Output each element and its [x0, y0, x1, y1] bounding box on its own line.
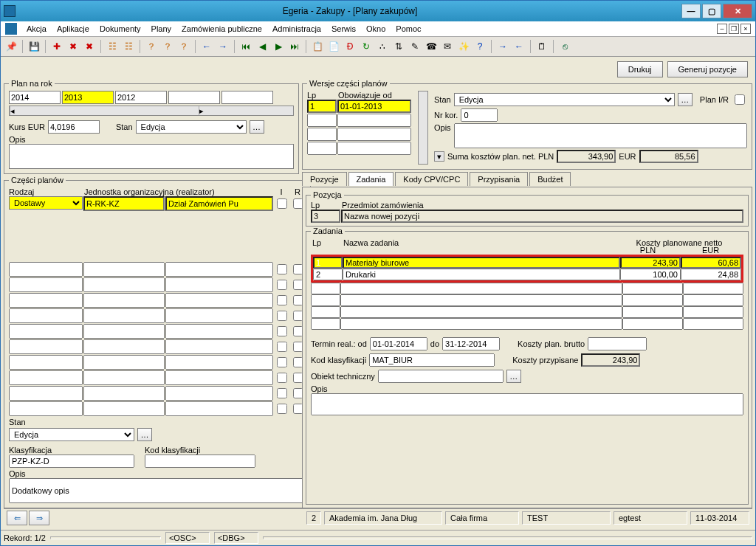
opis-w-input[interactable] [454, 123, 747, 148]
menu-administracja[interactable]: Administracja [267, 23, 326, 35]
minimize-button[interactable]: — [681, 4, 701, 18]
wersje-scroll[interactable] [418, 91, 428, 165]
cz-i-7[interactable] [277, 373, 287, 383]
cz-rodzaj-2[interactable] [9, 293, 83, 308]
cz-i-2[interactable] [277, 295, 287, 305]
d-red-icon[interactable]: Đ [343, 39, 357, 54]
year-scroll[interactable]: ◂▸ [9, 106, 294, 116]
status-next[interactable]: ⇒ [29, 511, 49, 525]
q3-icon[interactable]: ？ [176, 39, 191, 54]
z5-lp[interactable] [311, 318, 340, 330]
cfg1-icon[interactable]: ∴ [375, 39, 390, 54]
z2-pln[interactable] [622, 283, 683, 294]
z5-eur[interactable] [683, 318, 743, 330]
q1-icon[interactable]: ？ [144, 39, 159, 54]
cz-kod-9[interactable] [83, 401, 165, 416]
year-2[interactable] [115, 91, 167, 104]
tab-zadania[interactable]: Zadania [348, 172, 394, 186]
magic-icon[interactable]: ✨ [456, 39, 471, 54]
cz-nazwa-8[interactable] [165, 386, 273, 401]
z1-eur[interactable] [681, 269, 741, 280]
arrow-left-icon[interactable]: ← [199, 39, 214, 54]
planir-check[interactable] [735, 94, 745, 105]
status-prev[interactable]: ⇐ [7, 511, 27, 525]
z3-nazwa[interactable] [340, 294, 622, 306]
tree1-icon[interactable]: ☷ [105, 39, 120, 54]
wersje-od-0[interactable] [337, 100, 411, 113]
opis-z-input[interactable] [311, 393, 743, 415]
obiekt-input[interactable] [378, 370, 504, 383]
stan-plan-lookup[interactable]: … [250, 120, 264, 134]
stan-plan-select[interactable]: Edycja [136, 120, 247, 134]
menu-plany[interactable]: Plany [146, 23, 177, 35]
year-0[interactable] [9, 91, 61, 104]
arrow2-right-icon[interactable]: → [495, 39, 510, 54]
arrow2-left-icon[interactable]: ← [512, 39, 526, 54]
arrow-right-icon[interactable]: → [216, 39, 230, 54]
cz-rodzaj-5[interactable] [9, 339, 83, 354]
cz-rodzaj-4[interactable] [9, 324, 83, 339]
year-3[interactable] [168, 91, 220, 104]
nav-next-icon[interactable]: ▶ [271, 39, 286, 54]
cz-nazwa-6[interactable] [165, 355, 273, 370]
wersje-lp-3[interactable] [307, 142, 337, 155]
cz-nazwa-5[interactable] [165, 339, 273, 354]
wersje-od-1[interactable] [337, 114, 411, 127]
phone-icon[interactable]: ☎ [424, 39, 439, 54]
cz-rodzaj-9[interactable] [9, 401, 83, 416]
kodkl-input[interactable] [145, 455, 255, 468]
x-red-icon[interactable]: ✖ [66, 39, 80, 54]
year-1[interactable] [62, 91, 114, 104]
nav-prev-icon[interactable]: ◀ [255, 39, 269, 54]
nav-first-icon[interactable]: ⏮ [238, 39, 253, 54]
refresh-icon[interactable]: ↻ [359, 39, 374, 54]
cz-kod-4[interactable] [83, 324, 165, 339]
year-4[interactable] [221, 91, 273, 104]
cz-i-6[interactable] [277, 357, 287, 367]
cz-kod-5[interactable] [83, 339, 165, 354]
jedn-nazwa[interactable] [165, 196, 273, 211]
cz-kod-0[interactable] [83, 262, 165, 277]
cz-rodzaj-1[interactable] [9, 277, 83, 292]
tab-przypisania[interactable]: Przypisania [470, 172, 528, 186]
klas-input[interactable] [9, 455, 134, 468]
wersje-lp-0[interactable] [307, 100, 337, 113]
wersje-lp-2[interactable] [307, 128, 337, 141]
q2-icon[interactable]: ？ [160, 39, 175, 54]
cz-i-8[interactable] [277, 388, 287, 398]
nrkor-input[interactable] [461, 108, 498, 122]
cz-nazwa-0[interactable] [165, 262, 273, 277]
tree2-icon[interactable]: ☷ [121, 39, 136, 54]
exit-icon[interactable]: ⎋ [557, 39, 572, 54]
z2-nazwa[interactable] [340, 283, 622, 294]
jedn-kod[interactable] [83, 196, 165, 211]
z3-eur[interactable] [683, 294, 743, 306]
z3-lp[interactable] [311, 294, 340, 306]
stan-cz-lookup[interactable]: … [137, 428, 152, 441]
cz-kod-2[interactable] [83, 293, 165, 308]
cz-i-0[interactable] [277, 264, 287, 274]
wersje-od-3[interactable] [337, 142, 411, 155]
cz-kod-7[interactable] [83, 370, 165, 385]
save-icon[interactable]: 💾 [27, 39, 41, 54]
menu-aplikacje[interactable]: Aplikacje [52, 23, 94, 35]
mdi-min[interactable]: – [717, 24, 727, 34]
cz-i-5[interactable] [277, 342, 287, 352]
tab-kody[interactable]: Kody CPV/CPC [395, 172, 468, 186]
close-button[interactable]: ✕ [723, 4, 752, 18]
z2-lp[interactable] [311, 283, 340, 294]
mdi-restore[interactable]: ❐ [729, 24, 739, 34]
wersje-expand[interactable]: ▾ [434, 151, 444, 162]
z5-nazwa[interactable] [340, 318, 622, 330]
chk-i[interactable] [277, 198, 287, 209]
wersje-lp-1[interactable] [307, 114, 337, 127]
cz-rodzaj-8[interactable] [9, 386, 83, 401]
stan-cz-select[interactable]: Edycja [9, 428, 134, 441]
z2-eur[interactable] [683, 283, 743, 294]
cz-kod-8[interactable] [83, 386, 165, 401]
cz-i-1[interactable] [277, 280, 287, 290]
doc2-icon[interactable]: 📄 [326, 39, 341, 54]
cz-kod-6[interactable] [83, 355, 165, 370]
help2-icon[interactable]: ? [472, 39, 487, 54]
cz-rodzaj-0[interactable] [9, 262, 83, 277]
